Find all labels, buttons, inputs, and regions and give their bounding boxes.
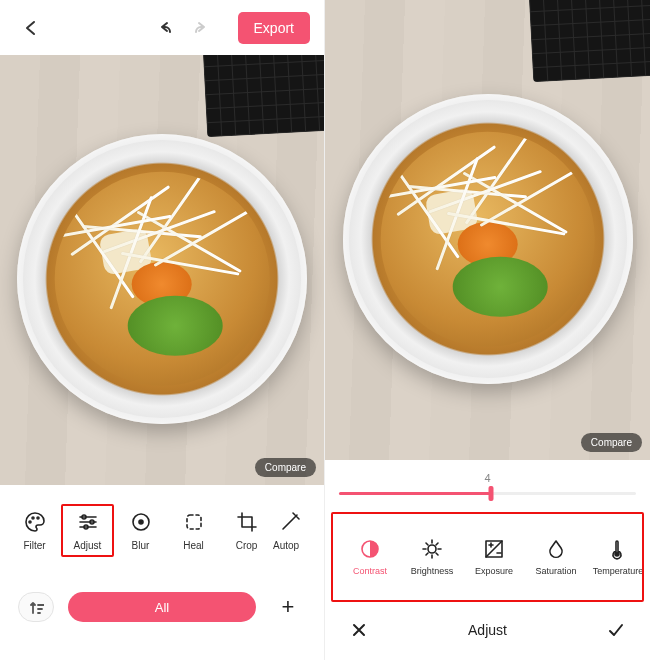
tool-label: Blur xyxy=(132,540,150,551)
crop-icon xyxy=(235,510,259,534)
palette-icon xyxy=(23,510,47,534)
adjust-slider[interactable]: 4 xyxy=(325,460,650,512)
bottom-row: All + xyxy=(0,575,324,639)
tool-crop[interactable]: Crop xyxy=(220,510,273,551)
tool-label: Adjust xyxy=(74,540,102,551)
close-icon xyxy=(349,620,369,640)
bowl xyxy=(17,134,307,424)
undo-button[interactable] xyxy=(146,11,180,45)
brightness-icon xyxy=(421,538,443,560)
sliders-icon xyxy=(76,510,100,534)
svg-point-1 xyxy=(32,517,34,519)
contrast-icon xyxy=(359,538,381,560)
thermometer-icon xyxy=(607,538,629,560)
svg-point-0 xyxy=(29,521,31,523)
adjust-label: Brightness xyxy=(411,566,454,576)
svg-point-12 xyxy=(615,552,619,556)
undo-icon xyxy=(153,18,173,38)
adjust-label: Temperature xyxy=(593,566,644,576)
sort-button[interactable] xyxy=(18,592,54,622)
slider-thumb[interactable] xyxy=(488,486,493,501)
tool-heal[interactable]: Heal xyxy=(167,510,220,551)
cancel-button[interactable] xyxy=(345,616,373,644)
compare-button[interactable]: Compare xyxy=(581,433,642,452)
drop-icon xyxy=(545,538,567,560)
image-canvas[interactable]: Compare xyxy=(0,55,324,485)
adjust-saturation[interactable]: Saturation xyxy=(525,538,587,576)
tool-adjust[interactable]: Adjust xyxy=(61,504,114,557)
redo-button[interactable] xyxy=(186,11,220,45)
svg-point-2 xyxy=(37,517,39,519)
adjust-tool-strip: Contrast Brightness Exposure Saturation … xyxy=(331,512,644,602)
adjust-temperature[interactable]: Temperature xyxy=(587,538,644,576)
adjust-label: Exposure xyxy=(475,566,513,576)
compare-button[interactable]: Compare xyxy=(255,458,316,477)
tool-label: Crop xyxy=(236,540,258,551)
back-button[interactable] xyxy=(14,11,48,45)
keyboard-prop xyxy=(203,55,324,137)
confirm-bar: Adjust xyxy=(325,602,650,658)
svg-point-10 xyxy=(428,545,436,553)
add-button[interactable]: + xyxy=(270,592,306,622)
tool-label: Autop xyxy=(273,540,307,551)
tool-strip: Filter Adjust Blur Heal Crop Autop xyxy=(0,485,324,575)
adjust-brightness[interactable]: Brightness xyxy=(401,538,463,576)
svg-point-7 xyxy=(139,520,143,524)
tool-blur[interactable]: Blur xyxy=(114,510,167,551)
editor-main-pane: Export Compare xyxy=(0,0,325,660)
keyboard-prop xyxy=(529,0,650,82)
adjust-contrast[interactable]: Contrast xyxy=(339,538,401,576)
heal-icon xyxy=(182,510,206,534)
bowl xyxy=(343,94,633,384)
apply-button[interactable] xyxy=(602,616,630,644)
slider-value: 4 xyxy=(484,472,490,484)
wand-icon xyxy=(278,510,302,534)
adjust-exposure[interactable]: Exposure xyxy=(463,538,525,576)
adjust-label: Saturation xyxy=(535,566,576,576)
tool-filter[interactable]: Filter xyxy=(8,510,61,551)
blur-icon xyxy=(129,510,153,534)
exposure-icon xyxy=(483,538,505,560)
adjust-label: Contrast xyxy=(353,566,387,576)
check-icon xyxy=(606,620,626,640)
tool-label: Heal xyxy=(183,540,204,551)
chevron-left-icon xyxy=(21,18,41,38)
export-button[interactable]: Export xyxy=(238,12,310,44)
image-canvas[interactable]: Compare xyxy=(325,0,650,460)
top-bar: Export xyxy=(0,0,324,55)
sort-icon xyxy=(28,599,44,615)
all-pill[interactable]: All xyxy=(68,592,256,622)
adjust-pane: Compare 4 Contrast Brightness Exposure S… xyxy=(325,0,650,660)
tool-label: Filter xyxy=(23,540,45,551)
panel-title: Adjust xyxy=(373,622,602,638)
svg-rect-8 xyxy=(187,515,201,529)
redo-icon xyxy=(193,18,213,38)
tool-autop[interactable]: Autop xyxy=(273,510,307,551)
